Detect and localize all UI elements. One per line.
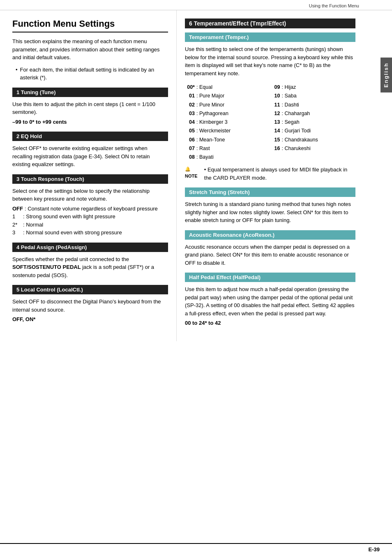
temp-num: 16 [270,144,282,153]
temp-num: 10 [270,92,282,100]
temp-name: : Charukeshi [282,144,356,153]
temp-name: : Equal [196,83,270,92]
temp-row: 09: Hijaz [270,83,356,92]
temp-name: : Pure Major [196,92,270,100]
temp-name: : Chahargah [282,109,356,118]
temp-name: : Chandrakauns [282,136,356,144]
temp-name: : Segah [282,118,356,127]
section5-header: 5 Local Control (LocalCtl.) [12,285,168,294]
temp-col-left: 00*: Equal01: Pure Major02: Pure Minor03… [185,83,270,162]
section4-text: Specifies whether the pedal unit connect… [12,255,168,280]
footer: E-39 [0,543,392,555]
temp-name: : Pure Minor [196,101,270,109]
temp-name: : Gurjari Todi [282,127,356,135]
temp-name: : Dashti [282,101,356,109]
temp-name: : Werckmeister [196,127,270,135]
touch-1-label: 1 [12,213,21,221]
section1-setting: –99 to 0* to +99 cents [12,118,168,126]
left-column: Function Menu Settings This section expl… [0,10,177,341]
header-title: Using the Function Menu [309,3,359,8]
section3-body: Select one of the settings below to spec… [12,187,168,237]
touch-off-desc: : Constant note volume regardless of key… [25,205,158,213]
temp-num: 12 [270,109,282,118]
main-content: Function Menu Settings This section expl… [0,10,392,341]
section1-header: 1 Tuning (Tune) [12,88,168,97]
temp-name: : Pythagorean [196,109,270,118]
temperament-body: Use this setting to select one of the te… [185,45,355,77]
page-title: Function Menu Settings [12,18,168,32]
temp-name: : Rast [196,144,270,153]
touch-3-desc: : Normal sound even with strong pressure [23,229,122,237]
section1-body: Use this item to adjust the pitch in cen… [12,100,168,126]
temp-row: 10: Saba [270,92,356,100]
section4-body: Specifies whether the pedal unit connect… [12,255,168,280]
section3-header: 3 Touch Response (Touch) [12,174,168,184]
note-text-area: • Equal temperament is always used for M… [204,166,355,182]
touch-3-label: 3 [12,229,21,237]
page-number: E-39 [369,546,380,553]
temp-num: 15 [270,136,282,144]
touch-2-desc: : Normal [23,221,43,229]
temp-row: 07: Rast [185,144,270,153]
temp-col-right: 09: Hijaz10: Saba11: Dashti12: Chahargah… [270,83,356,162]
side-language-tab: English [380,58,392,92]
page-container: Using the Function Menu English Function… [0,0,392,555]
stretch-body: Stretch tuning is a standard piano tunin… [185,200,355,224]
intro-para1: This section explains the meaning of eac… [12,37,168,62]
temp-row: 01: Pure Major [185,92,270,100]
touch-off-label: OFF [12,205,23,213]
temp-num: 03 [185,109,196,118]
section4-header: 4 Pedal Assign (PedAssign) [12,243,168,252]
temp-row: 00*: Equal [185,83,270,92]
temp-num: 07 [185,144,196,153]
temp-row: 14: Gurjari Todi [270,127,356,135]
temp-num: 11 [270,101,282,109]
halfpedal-header: Half Pedal Effect (HalfPedal) [185,273,355,282]
halfpedal-body: Use this item to adjust how much a half-… [185,285,355,327]
stretch-header: Stretch Tuning (Stretch) [185,187,355,197]
acoustic-body: Acoustic resonance occurs when the dampe… [185,243,355,267]
temp-name: : Mean-Tone [196,136,270,144]
temp-name: : Bayati [196,153,270,162]
top-header: Using the Function Menu [0,0,392,10]
temp-num: 08 [185,153,196,162]
temp-name: : Hijaz [282,83,356,92]
temp-num: 02 [185,101,196,109]
temp-row: 12: Chahargah [270,109,356,118]
temp-num: 14 [270,127,282,135]
section2-header: 2 EQ Hold [12,132,168,141]
temp-num: 05 [185,127,196,135]
bullet-dot: • [16,66,18,82]
temp-num: 01 [185,92,196,100]
temperament-table: 00*: Equal01: Pure Major02: Pure Minor03… [185,83,355,162]
temperament-header: Temperament (Temper.) [185,32,355,42]
temp-row: 02: Pure Minor [185,101,270,109]
temp-num: 13 [270,118,282,127]
temp-num: 06 [185,136,196,144]
section2-body: Select OFF* to overwrite existing equali… [12,144,168,169]
temp-num: 04 [185,118,196,127]
temp-num: 09 [270,83,282,92]
temp-row: 04: Kirnberger 3 [185,118,270,127]
temp-row: 05: Werckmeister [185,127,270,135]
temp-name: : Kirnberger 3 [196,118,270,127]
note-bullet: • [204,166,208,173]
note-box: 🔔 NOTE • Equal temperament is always use… [185,166,355,182]
intro-bullet: • For each item, the initial default set… [12,66,168,82]
temp-row: 11: Dashti [270,101,356,109]
temp-num: 00* [185,83,196,92]
touch-1-desc: : Strong sound even with light pressure [23,213,115,221]
temp-row: 16: Charukeshi [270,144,356,153]
section5-body: Select OFF to disconnect the Digital Pia… [12,298,168,324]
acoustic-header: Acoustic Resonance (AcoReson.) [185,230,355,240]
section4-bold: SOFT/SOSTENUTO PEDAL [12,264,81,270]
note-icon-area: 🔔 NOTE [185,166,199,182]
temp-row: 08: Bayati [185,153,270,162]
section6-header: 6 Temperament/Effect (Tmpr/Effect) [185,18,355,28]
halfpedal-setting: 00 to 24* to 42 [185,319,355,327]
temp-row: 13: Segah [270,118,356,127]
temp-row: 06: Mean-Tone [185,136,270,144]
right-column: 6 Temperament/Effect (Tmpr/Effect) Tempe… [177,10,378,341]
temp-row: 03: Pythagorean [185,109,270,118]
note-content: Equal temperament is always used for MID… [204,166,348,181]
